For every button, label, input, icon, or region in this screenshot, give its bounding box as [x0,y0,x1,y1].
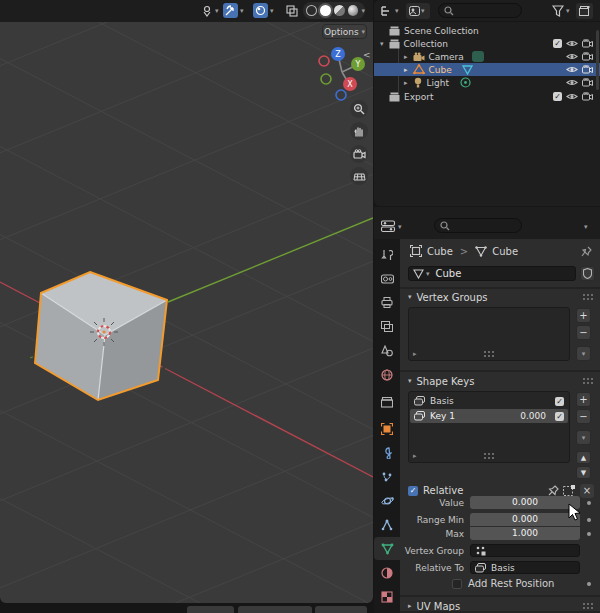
new-collection-button[interactable] [576,3,593,19]
status-bar-item[interactable] [238,606,312,613]
eye-icon[interactable] [566,39,578,48]
tab-scene[interactable] [374,339,400,362]
panel-grip-icon[interactable] [582,602,594,610]
pin-icon[interactable] [581,246,592,257]
camera-restrict-icon[interactable] [582,65,593,74]
collection-checkbox[interactable]: ✓ [553,92,562,101]
editor-type-chevron-icon[interactable]: ▾ [398,223,402,231]
filter-icon[interactable] [552,5,564,17]
tab-world[interactable] [374,363,400,386]
status-bar-item[interactable] [187,606,234,613]
mesh-data-icon[interactable] [462,65,473,75]
tab-render[interactable] [374,267,400,290]
rendered-shading-icon[interactable] [348,5,359,16]
pivot-dropdown-chevron-icon[interactable]: ▾ [215,7,219,15]
add-vertex-group-button[interactable]: + [576,308,591,323]
remove-shape-key-button[interactable]: − [576,409,591,424]
pin-icon[interactable] [548,485,559,496]
remove-vertex-group-button[interactable]: − [576,325,591,340]
material-preview-icon[interactable] [334,5,345,16]
list-resize-grip[interactable] [483,350,495,358]
filter-chevron-icon[interactable]: ▾ [566,7,570,15]
snap-icon[interactable] [223,3,238,18]
move-shape-key-down-button[interactable]: ▼ [576,466,591,479]
xray-toggle-icon[interactable] [284,3,299,18]
outliner-search-input[interactable] [438,3,522,18]
value-slider[interactable]: 0.000 [470,496,580,509]
add-rest-position-row[interactable]: Add Rest Position [452,578,554,589]
outliner-row-light[interactable]: ▸ Light [374,76,600,89]
vertex-group-specials-button[interactable]: ▾ [576,346,591,361]
outliner-row-export[interactable]: Export ✓ [374,90,600,103]
breadcrumb-data-name[interactable]: Cube [492,246,518,257]
options-button[interactable]: Options ▾ [322,24,367,39]
camera-restrict-icon[interactable] [582,39,593,48]
animate-dot[interactable] [587,518,591,522]
wireframe-shading-icon[interactable] [306,5,317,16]
add-rest-position-checkbox[interactable] [452,579,462,589]
shape-key-mute-checkbox[interactable]: ✓ [555,397,564,406]
list-resize-grip[interactable] [483,452,495,460]
disclosure-triangle-icon[interactable]: ▾ [380,40,384,48]
tab-texture[interactable] [374,585,400,608]
outliner[interactable]: ▾ ▾ ▾ Scene Collection ▾ Collection ✓ ▸ … [374,0,600,206]
mesh-name-field[interactable]: ▾ Cube [408,266,576,281]
display-mode-button[interactable]: ▾ [406,3,430,19]
shape-keys-list[interactable]: Basis ✓ Key 1 0.000 ✓ ▸ [408,391,570,463]
shape-key-value[interactable]: 0.000 [520,411,546,421]
eye-icon[interactable] [566,92,578,101]
shape-key-specials-button[interactable]: ▾ [576,430,591,445]
shape-key-row-basis[interactable]: Basis ✓ [410,394,568,408]
proportional-editing-icon[interactable] [253,3,268,18]
shape-key-row-key1[interactable]: Key 1 0.000 ✓ [410,409,568,423]
properties-search-input[interactable] [434,218,522,233]
panel-grip-icon[interactable] [582,293,594,301]
camera-restrict-icon[interactable] [582,78,593,87]
tab-object-data[interactable] [374,537,400,560]
tab-collection[interactable] [374,391,400,414]
light-data-icon[interactable] [460,77,471,88]
status-bar-item[interactable] [315,606,367,613]
fake-user-shield-button[interactable] [580,266,595,281]
tab-material[interactable] [374,561,400,584]
properties-editor-type-icon[interactable] [381,220,396,233]
close-icon[interactable]: × [580,484,594,498]
relative-checkbox[interactable]: ✓ [408,486,418,496]
relative-checkbox-row[interactable]: ✓ Relative [408,485,463,496]
tab-physics[interactable] [374,489,400,512]
pan-hand-icon[interactable] [350,122,368,140]
camera-data-icon[interactable] [472,51,484,62]
browse-mesh-chevron-icon[interactable]: ▾ [426,270,430,278]
vertex-groups-panel-header[interactable]: ▾ Vertex Groups [400,289,600,305]
edit-mode-icon[interactable] [563,485,575,496]
solid-shading-icon[interactable] [320,5,331,16]
relative-to-field[interactable]: Basis [470,561,580,574]
camera-restrict-icon[interactable] [582,92,593,101]
camera-view-icon[interactable] [350,145,368,163]
camera-restrict-icon[interactable] [582,52,593,61]
vertex-groups-list[interactable]: ▸ [408,307,570,361]
animate-dot[interactable] [587,501,591,505]
breadcrumb-object-name[interactable]: Cube [427,246,453,257]
outliner-scrollbar[interactable] [596,30,599,90]
disclosure-triangle-icon[interactable]: ▸ [404,79,408,87]
properties-editor[interactable]: ▾ ▾ Cube > Cube [374,207,600,613]
vertex-group-field[interactable] [470,544,580,557]
max-slider[interactable]: 1.000 [470,527,580,540]
tab-modifiers[interactable] [374,441,400,464]
outliner-row-scene-collection[interactable]: Scene Collection [374,24,600,37]
disclosure-triangle-icon[interactable]: ▸ [404,66,408,74]
outliner-row-cube[interactable]: ▸ Cube [374,63,600,76]
range-min-slider[interactable]: 0.000 [470,513,580,526]
zoom-icon[interactable] [350,100,368,118]
outliner-row-camera[interactable]: ▸ Camera [374,50,600,63]
list-expand-icon[interactable]: ▸ [413,350,417,358]
tab-tool[interactable] [374,243,400,266]
eye-icon[interactable] [566,52,578,61]
animate-dot[interactable] [587,532,591,536]
list-expand-icon[interactable]: ▸ [413,452,417,460]
tab-constraints[interactable] [374,513,400,536]
panel-grip-icon[interactable] [582,377,594,385]
shape-keys-panel-header[interactable]: ▾ Shape Keys [400,373,600,389]
collection-checkbox[interactable]: ✓ [553,39,562,48]
